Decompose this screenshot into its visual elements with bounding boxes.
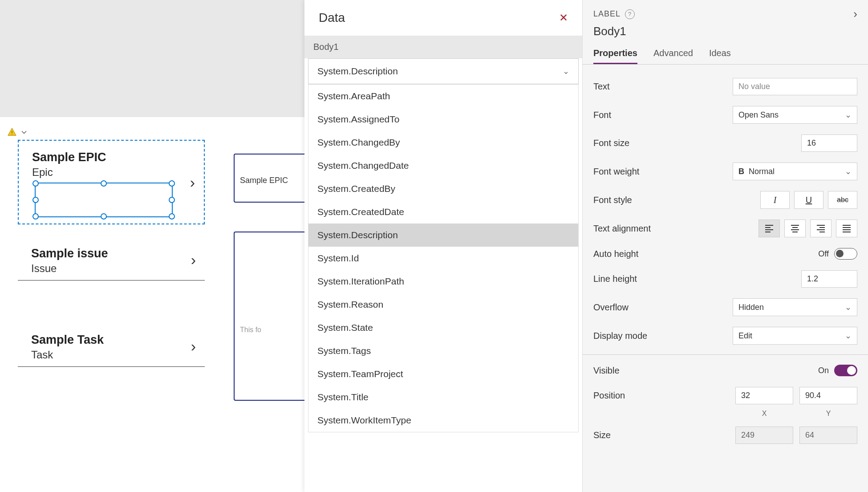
gallery-item-subtitle: Issue (31, 262, 205, 275)
dropdown-option[interactable]: System.Description (308, 224, 578, 247)
tab-properties[interactable]: Properties (593, 44, 637, 64)
prop-label-fontsize: Font size (593, 138, 629, 148)
text-input[interactable]: No value (733, 78, 857, 95)
chevron-right-icon[interactable]: › (853, 7, 857, 21)
prop-label-size: Size (593, 430, 611, 440)
properties-panel: LABEL ? › Body1 Properties Advanced Idea… (582, 0, 868, 492)
props-element-name: Body1 (583, 24, 868, 44)
dropdown-option[interactable]: System.ChangedDate (308, 154, 578, 177)
strikethrough-button[interactable]: abc (828, 191, 857, 209)
visible-toggle[interactable] (834, 365, 857, 376)
font-size-input[interactable]: 16 (801, 134, 857, 152)
props-label-caption: LABEL (593, 9, 621, 19)
chevron-down-icon (20, 128, 28, 137)
font-weight-select[interactable]: BNormal ⌄ (733, 163, 857, 180)
dropdown-option[interactable]: System.ChangedBy (308, 131, 578, 154)
chevron-down-icon: ⌄ (845, 302, 852, 312)
position-x-label: X (735, 410, 793, 418)
overflow-value: Hidden (738, 303, 764, 312)
underline-button[interactable]: U (794, 191, 823, 209)
font-value: Open Sans (738, 110, 779, 120)
dropdown-option[interactable]: System.AreaPath (308, 85, 578, 108)
warning-indicator[interactable]: ! (7, 127, 28, 137)
line-height-input[interactable]: 1.2 (801, 270, 857, 288)
dropdown-option[interactable]: System.AssignedTo (308, 108, 578, 131)
prop-label-fontstyle: Font style (593, 195, 632, 205)
chevron-down-icon: ⌄ (563, 66, 569, 76)
canvas-top-area (0, 0, 304, 117)
resize-handle[interactable] (169, 180, 175, 187)
chevron-down-icon: ⌄ (845, 331, 852, 341)
align-justify-button[interactable] (836, 220, 857, 237)
help-icon[interactable]: ? (625, 9, 635, 19)
gallery-item-title: Sample EPIC (32, 150, 204, 164)
warning-icon: ! (7, 127, 17, 137)
dropdown-option[interactable]: System.Tags (308, 339, 578, 362)
visible-value-text: On (818, 366, 829, 375)
resize-handle[interactable] (32, 197, 39, 203)
position-x-input[interactable]: 32 (735, 387, 793, 404)
gallery-item-subtitle: Task (31, 349, 205, 361)
dropdown-option[interactable]: System.CreatedBy (308, 177, 578, 200)
resize-handle[interactable] (101, 180, 107, 187)
size-height-input[interactable]: 64 (799, 427, 857, 444)
close-icon[interactable]: ✕ (559, 12, 568, 24)
prop-label-position: Position (593, 390, 625, 401)
svg-text:!: ! (11, 130, 12, 135)
dropdown-options-list: System.AreaPathSystem.AssignedToSystem.C… (308, 84, 579, 432)
gallery-item-task[interactable]: Sample Task Task › (18, 325, 205, 367)
position-y-input[interactable]: 90.4 (799, 387, 857, 404)
autoheight-value-text: Off (818, 249, 829, 259)
prop-label-displaymode: Display mode (593, 331, 647, 341)
prop-label-autoheight: Auto height (593, 249, 638, 259)
data-field-dropdown[interactable]: System.Description ⌄ (308, 58, 579, 84)
detail-title-text: Sample EPIC (240, 176, 288, 185)
chevron-down-icon: ⌄ (845, 167, 852, 176)
gallery-item-issue[interactable]: Sample issue Issue › (18, 239, 205, 281)
resize-handle[interactable] (169, 197, 175, 203)
italic-button[interactable]: I (760, 191, 790, 209)
props-tabs: Properties Advanced Ideas (583, 44, 868, 65)
font-weight-value: Normal (749, 167, 775, 176)
align-left-button[interactable] (758, 220, 780, 237)
dropdown-option[interactable]: System.Title (308, 386, 578, 409)
position-y-label: Y (799, 410, 857, 418)
data-panel: Data ✕ Body1 System.Description ⌄ System… (304, 0, 582, 492)
data-element-name: Body1 (304, 36, 582, 58)
prop-label-text: Text (593, 81, 610, 92)
prop-label-overflow: Overflow (593, 302, 629, 313)
dropdown-option[interactable]: System.IterationPath (308, 270, 578, 293)
prop-label-lineheight: Line height (593, 274, 637, 284)
dropdown-selected-value: System.Description (317, 66, 398, 77)
overflow-select[interactable]: Hidden ⌄ (733, 298, 857, 316)
prop-label-fontweight: Font weight (593, 167, 639, 177)
align-right-button[interactable] (810, 220, 831, 237)
dropdown-option[interactable]: System.Reason (308, 293, 578, 316)
display-mode-select[interactable]: Edit ⌄ (733, 327, 857, 345)
detail-body-hint: This fo (240, 326, 261, 333)
chevron-right-icon[interactable]: › (191, 251, 196, 268)
dropdown-option[interactable]: System.TeamProject (308, 362, 578, 386)
chevron-right-icon[interactable]: › (190, 174, 195, 191)
align-center-button[interactable] (784, 220, 806, 237)
size-width-input[interactable]: 249 (735, 427, 793, 444)
resize-handle[interactable] (169, 213, 175, 220)
bold-icon: B (738, 167, 744, 176)
resize-handle[interactable] (32, 180, 39, 187)
tab-ideas[interactable]: Ideas (709, 44, 731, 64)
resize-handle[interactable] (32, 213, 39, 220)
tab-advanced[interactable]: Advanced (653, 44, 693, 64)
prop-label-alignment: Text alignment (593, 224, 651, 234)
selected-body-element[interactable] (35, 183, 173, 217)
dropdown-option[interactable]: System.State (308, 316, 578, 339)
prop-label-visible: Visible (593, 366, 620, 376)
font-select[interactable]: Open Sans ⌄ (733, 106, 857, 124)
resize-handle[interactable] (101, 213, 107, 220)
dropdown-option[interactable]: System.WorkItemType (308, 409, 578, 432)
autoheight-toggle[interactable] (834, 248, 857, 260)
chevron-right-icon[interactable]: › (191, 337, 196, 354)
prop-label-font: Font (593, 110, 611, 120)
dropdown-option[interactable]: System.CreatedDate (308, 200, 578, 224)
gallery-item-subtitle: Epic (32, 166, 204, 179)
dropdown-option[interactable]: System.Id (308, 247, 578, 270)
